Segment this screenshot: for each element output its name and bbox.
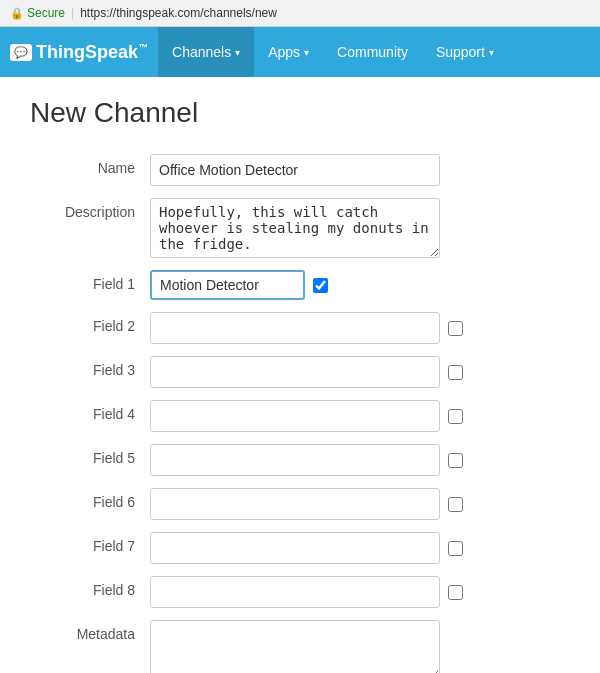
field7-checkbox[interactable] (448, 541, 463, 556)
field5-row: Field 5 (30, 444, 570, 476)
field4-input[interactable] (150, 400, 440, 432)
support-caret: ▾ (489, 47, 494, 58)
field1-controls (150, 270, 328, 300)
field1-label: Field 1 (30, 270, 150, 292)
name-row: Name (30, 154, 570, 186)
field6-row: Field 6 (30, 488, 570, 520)
description-input[interactable]: Hopefully, this will catch whoever is st… (150, 198, 440, 258)
browser-bar: 🔒 Secure | https://thingspeak.com/channe… (0, 0, 600, 27)
field5-checkbox[interactable] (448, 453, 463, 468)
apps-caret: ▾ (304, 47, 309, 58)
field7-label: Field 7 (30, 532, 150, 554)
description-label: Description (30, 198, 150, 220)
url-divider: | (71, 6, 74, 20)
metadata-input[interactable] (150, 620, 440, 673)
field4-row: Field 4 (30, 400, 570, 432)
field4-checkbox[interactable] (448, 409, 463, 424)
field6-input[interactable] (150, 488, 440, 520)
field5-controls (150, 444, 463, 476)
metadata-label: Metadata (30, 620, 150, 642)
field3-row: Field 3 (30, 356, 570, 388)
field6-controls (150, 488, 463, 520)
field2-row: Field 2 (30, 312, 570, 344)
page-content: New Channel Name Description Hopefully, … (0, 77, 600, 673)
page-title: New Channel (30, 97, 570, 129)
logo-icon: 💬 (10, 44, 32, 61)
nav-community[interactable]: Community (323, 27, 422, 77)
secure-label: Secure (27, 6, 65, 20)
field2-checkbox[interactable] (448, 321, 463, 336)
field3-input[interactable] (150, 356, 440, 388)
field4-controls (150, 400, 463, 432)
nav-apps[interactable]: Apps ▾ (254, 27, 323, 77)
logo-text: ThingSpeak™ (36, 42, 148, 63)
field5-input[interactable] (150, 444, 440, 476)
field8-label: Field 8 (30, 576, 150, 598)
field1-input[interactable] (150, 270, 305, 300)
field7-row: Field 7 (30, 532, 570, 564)
field8-row: Field 8 (30, 576, 570, 608)
field8-input[interactable] (150, 576, 440, 608)
field3-controls (150, 356, 463, 388)
field3-label: Field 3 (30, 356, 150, 378)
field2-input[interactable] (150, 312, 440, 344)
field7-input[interactable] (150, 532, 440, 564)
field4-label: Field 4 (30, 400, 150, 422)
url-bar[interactable]: https://thingspeak.com/channels/new (80, 6, 277, 20)
logo[interactable]: 💬 ThingSpeak™ (10, 42, 148, 63)
description-row: Description Hopefully, this will catch w… (30, 198, 570, 258)
nav-support[interactable]: Support ▾ (422, 27, 508, 77)
secure-badge: 🔒 Secure (10, 6, 65, 20)
field6-checkbox[interactable] (448, 497, 463, 512)
field8-checkbox[interactable] (448, 585, 463, 600)
field5-label: Field 5 (30, 444, 150, 466)
navbar: 💬 ThingSpeak™ Channels ▾ Apps ▾ Communit… (0, 27, 600, 77)
field2-label: Field 2 (30, 312, 150, 334)
channels-caret: ▾ (235, 47, 240, 58)
field7-controls (150, 532, 463, 564)
field8-controls (150, 576, 463, 608)
lock-icon: 🔒 (10, 7, 24, 20)
metadata-row: Metadata (30, 620, 570, 673)
field2-controls (150, 312, 463, 344)
field3-checkbox[interactable] (448, 365, 463, 380)
field6-label: Field 6 (30, 488, 150, 510)
field1-checkbox[interactable] (313, 278, 328, 293)
name-input[interactable] (150, 154, 440, 186)
field1-row: Field 1 (30, 270, 570, 300)
nav-items: Channels ▾ Apps ▾ Community Support ▾ (158, 27, 590, 77)
name-label: Name (30, 154, 150, 176)
nav-channels[interactable]: Channels ▾ (158, 27, 254, 77)
